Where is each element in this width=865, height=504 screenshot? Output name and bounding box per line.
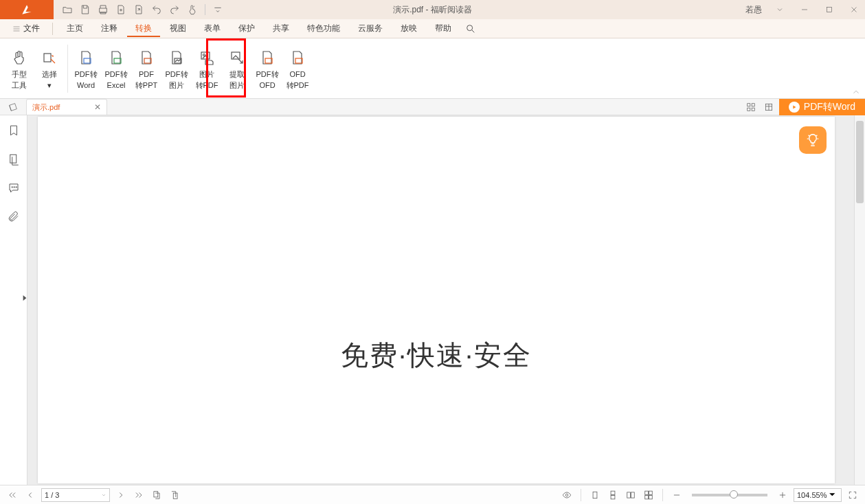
thumbnail-view-icon[interactable] [743, 100, 759, 115]
svg-rect-15 [752, 103, 754, 106]
redo-icon[interactable] [166, 1, 183, 18]
extract-image-button[interactable]: 提取 图片 [222, 42, 252, 95]
copy-page-icon[interactable] [150, 488, 164, 502]
bookmark-icon[interactable] [5, 122, 22, 139]
facing-page-icon[interactable] [624, 488, 638, 502]
attachment-icon[interactable] [5, 209, 22, 225]
tab-form[interactable]: 表单 [196, 20, 229, 37]
file-excel-icon [108, 49, 124, 66]
tab-view[interactable]: 视图 [161, 20, 194, 37]
prev-page-icon[interactable] [23, 488, 37, 502]
zoom-slider[interactable] [692, 494, 767, 496]
tab-special[interactable]: 特色功能 [299, 20, 348, 37]
close-tab-icon[interactable]: ✕ [94, 102, 101, 112]
comment-icon[interactable] [5, 180, 22, 196]
first-page-icon[interactable] [5, 488, 19, 502]
page-viewport[interactable]: 免费·快速·安全 [27, 115, 854, 485]
pdf-to-word-promo-button[interactable]: PDF转Word [779, 99, 865, 115]
hand-tool-button[interactable]: 手型 工具 [4, 42, 34, 95]
tab-help[interactable]: 帮助 [427, 20, 460, 37]
next-page-icon[interactable] [114, 488, 128, 502]
file-menu[interactable]: 文件 [5, 20, 47, 37]
image-to-pdf-button[interactable]: 图片 转PDF [192, 42, 222, 95]
ofdpdf-l1: OFD [289, 70, 305, 79]
tips-button[interactable] [799, 126, 827, 154]
paste-page-icon[interactable] [168, 488, 181, 502]
pages-icon[interactable] [5, 151, 22, 168]
list-view-icon[interactable] [761, 100, 776, 115]
cursor-icon [41, 49, 58, 66]
file-export-icon[interactable] [131, 1, 147, 18]
ofd-file-icon [289, 49, 306, 66]
minimize-button[interactable] [794, 0, 816, 19]
pdf-to-ofd-button[interactable]: PDF转 OFD [252, 42, 282, 95]
single-page-icon[interactable] [588, 488, 602, 502]
page-number-value: 1 / 3 [45, 491, 59, 499]
excel-l2: Excel [107, 81, 126, 90]
left-sidebar [0, 115, 27, 485]
save-icon[interactable] [77, 1, 93, 18]
tab-title: 演示.pdf [32, 102, 60, 113]
tab-comment[interactable]: 注释 [93, 20, 126, 37]
tab-protect[interactable]: 保护 [230, 20, 263, 37]
maximize-button[interactable] [818, 0, 840, 19]
collapse-ribbon-icon[interactable] [851, 87, 861, 97]
file-ppt-icon [138, 49, 155, 66]
pdf-to-ppt-button[interactable]: PDF 转PPT [131, 42, 161, 95]
tab-convert[interactable]: 转换 [127, 20, 160, 37]
user-name[interactable]: 若愚 [741, 4, 766, 16]
qat-customize-icon[interactable] [210, 1, 226, 18]
document-tab[interactable]: 演示.pdf ✕ [26, 99, 107, 115]
ppt-l1: PDF [139, 70, 154, 79]
pdf-to-word-button[interactable]: PDF转 Word [71, 42, 101, 95]
user-dropdown-icon[interactable] [769, 0, 791, 19]
pdf-to-excel-button[interactable]: PDF转 Excel [101, 42, 131, 95]
file-ofd-icon [259, 49, 276, 66]
menu-bar: 文件 主页 注释 转换 视图 表单 保护 共享 特色功能 云服务 放映 帮助 [0, 19, 865, 38]
select-l1: 选择 [42, 70, 57, 79]
extract-image-icon [229, 49, 245, 66]
vertical-scrollbar[interactable] [854, 115, 865, 485]
print-icon[interactable] [95, 1, 111, 18]
svg-point-25 [565, 494, 568, 496]
svg-rect-33 [645, 495, 649, 499]
undo-icon[interactable] [148, 1, 165, 18]
scrollbar-thumb[interactable] [856, 121, 864, 203]
word-l2: Word [77, 81, 95, 90]
touch-mode-icon[interactable] [184, 1, 201, 18]
pdf-to-image-button[interactable]: PDF转 图片 [161, 42, 192, 95]
svg-rect-16 [748, 108, 750, 111]
zoom-in-icon[interactable] [776, 488, 789, 502]
imgpdf-l1: 图片 [199, 70, 214, 79]
page-number-input[interactable]: 1 / 3 [41, 488, 110, 502]
zoom-slider-knob[interactable] [730, 490, 738, 499]
window-title: 演示.pdf - 福昕阅读器 [393, 4, 472, 16]
separator [205, 4, 205, 15]
tab-home[interactable]: 主页 [58, 20, 91, 37]
annotation-tool-icon[interactable] [0, 99, 26, 115]
file-image-icon [168, 49, 185, 66]
open-icon[interactable] [59, 1, 76, 18]
search-icon[interactable] [461, 19, 480, 38]
visibility-icon[interactable] [560, 488, 574, 502]
expand-sidebar-icon[interactable] [22, 294, 27, 303]
tab-play[interactable]: 放映 [392, 20, 425, 37]
continuous-page-icon[interactable] [606, 488, 620, 502]
separator [662, 489, 663, 501]
svg-rect-24 [173, 493, 177, 499]
tab-share[interactable]: 共享 [265, 20, 297, 37]
zoom-level-input[interactable]: 104.55% [794, 488, 842, 502]
select-tool-button[interactable]: 选择 ▾ [34, 42, 65, 95]
close-button[interactable] [843, 0, 865, 19]
ofd-to-pdf-button[interactable]: OFD 转PDF [282, 42, 313, 95]
last-page-icon[interactable] [132, 488, 146, 502]
img-l1: PDF转 [166, 70, 188, 79]
continuous-facing-icon[interactable] [642, 488, 655, 502]
zoom-out-icon[interactable] [670, 488, 684, 502]
svg-rect-2 [44, 54, 51, 62]
file-label: 文件 [23, 23, 40, 34]
svg-rect-19 [10, 154, 16, 163]
file-add-icon[interactable] [113, 1, 129, 18]
tab-cloud[interactable]: 云服务 [350, 20, 391, 37]
fullscreen-icon[interactable] [846, 488, 860, 502]
